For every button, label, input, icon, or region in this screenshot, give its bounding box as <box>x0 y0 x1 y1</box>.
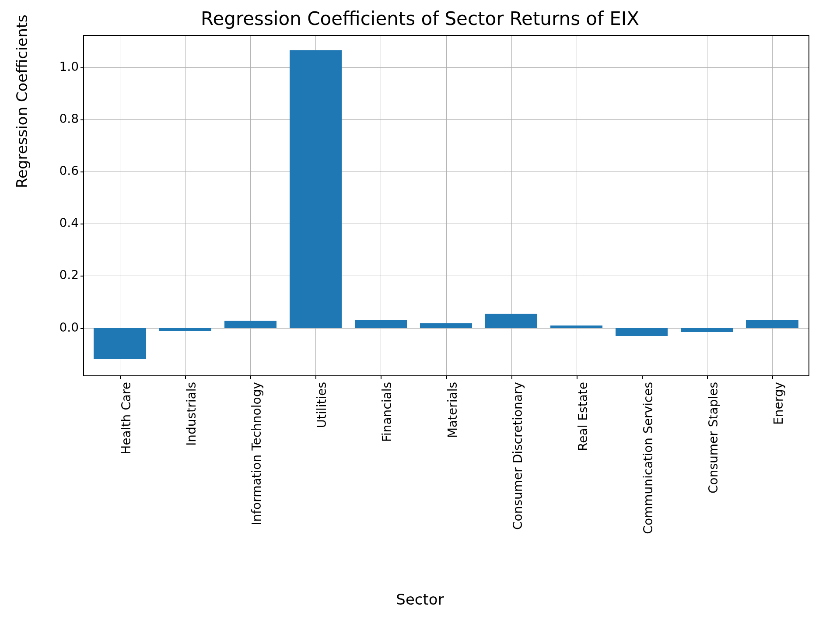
bar <box>224 321 276 328</box>
x-tick-label: Information Technology <box>249 382 264 566</box>
x-tick-mark <box>185 375 186 379</box>
x-tick-mark <box>511 375 512 379</box>
y-tick-mark <box>80 67 84 68</box>
y-tick-mark <box>80 276 84 276</box>
y-tick-label: 0.6 <box>44 164 79 178</box>
y-tick-mark <box>80 119 84 120</box>
x-tick-label: Consumer Staples <box>706 382 721 566</box>
bar <box>159 328 211 331</box>
x-tick-label: Financials <box>380 382 394 566</box>
bar <box>616 328 668 336</box>
x-tick-label: Real Estate <box>576 382 590 566</box>
x-tick-label: Communication Services <box>641 382 655 566</box>
y-tick-label: 0.4 <box>44 216 79 230</box>
x-tick-mark <box>642 375 643 379</box>
y-tick-mark <box>80 172 84 172</box>
x-tick-mark <box>446 375 447 379</box>
bar <box>550 326 602 328</box>
bar <box>485 314 537 328</box>
chart-title: Regression Coefficients of Sector Return… <box>0 8 840 29</box>
x-tick-mark <box>250 375 251 379</box>
y-tick-mark <box>80 224 84 224</box>
y-tick-label: 0.0 <box>44 320 79 334</box>
bar <box>290 50 342 328</box>
gridline-v <box>120 36 120 375</box>
gridline-v <box>642 36 642 375</box>
x-tick-mark <box>577 375 578 379</box>
y-tick-label: 0.2 <box>44 268 79 282</box>
x-tick-mark <box>381 375 382 379</box>
x-tick-mark <box>707 375 708 379</box>
y-tick-mark <box>80 328 84 329</box>
bar <box>681 328 733 332</box>
figure: Regression Coefficients of Sector Return… <box>0 0 840 630</box>
plot-area <box>83 35 809 376</box>
x-tick-mark <box>120 375 121 379</box>
y-axis-label: Regression Coefficients <box>13 14 31 188</box>
x-tick-mark <box>315 375 316 379</box>
bar <box>420 323 472 328</box>
x-tick-label: Materials <box>445 382 460 566</box>
bar <box>746 320 798 328</box>
x-tick-label: Industrials <box>184 382 199 566</box>
x-tick-label: Health Care <box>119 382 133 566</box>
gridline-v <box>185 36 186 375</box>
x-tick-label: Energy <box>771 382 786 566</box>
x-axis-label: Sector <box>0 591 840 608</box>
bar <box>94 328 146 360</box>
x-tick-label: Utilities <box>315 382 329 566</box>
gridline-v <box>707 36 707 375</box>
y-tick-label: 0.8 <box>44 111 79 126</box>
bar <box>355 320 407 328</box>
y-tick-label: 1.0 <box>44 59 79 74</box>
x-tick-label: Consumer Discretionary <box>511 382 525 566</box>
gridline-v <box>577 36 577 375</box>
x-tick-mark <box>772 375 773 379</box>
